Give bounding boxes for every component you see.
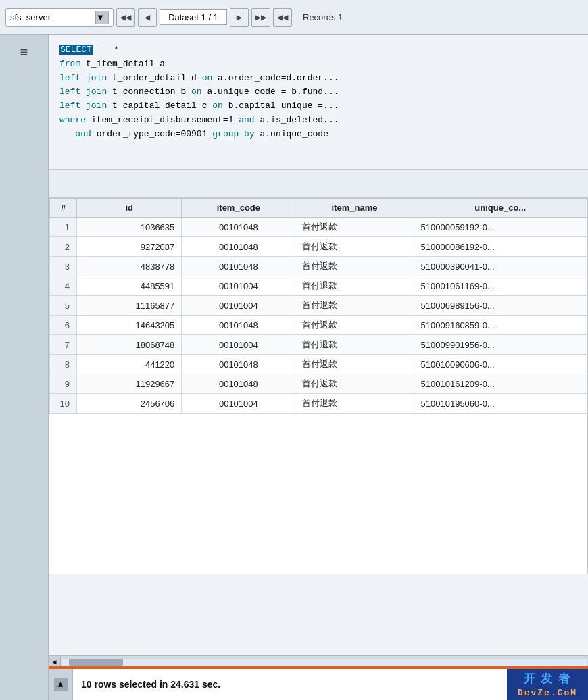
sql-line-5: left join t_capital_detail c on b.capita… — [59, 99, 577, 114]
nav-extra-button[interactable]: ◀◀ — [273, 8, 292, 27]
table-cell: 首付退款 — [295, 335, 414, 355]
menu-icon[interactable]: ≡ — [11, 41, 38, 65]
table-cell: 510009901956-0... — [414, 335, 587, 355]
table-cell: 00101048 — [182, 257, 295, 276]
table-row: 2927208700101048首付返款510000086192-0... — [50, 237, 587, 257]
brand-chinese: 开 发 者 — [524, 671, 571, 686]
table-cell: 11165877 — [77, 296, 182, 316]
table-cell: 2 — [50, 237, 77, 257]
sql-line-1: SELECT * — [59, 43, 577, 57]
table-row: 1103663500101048首付返款510000059192-0... — [50, 218, 587, 237]
table-cell: 00101004 — [182, 296, 295, 316]
scroll-thumb[interactable] — [69, 659, 123, 666]
table-cell: 7 — [50, 335, 77, 355]
table-cell: 00101048 — [182, 218, 295, 237]
table-cell: 4838778 — [77, 257, 182, 276]
nav-prev-button[interactable]: ◀ — [138, 8, 157, 27]
server-dropdown-arrow[interactable]: ▼ — [95, 11, 109, 24]
server-name: sfs_server — [10, 12, 94, 22]
toolbar: sfs_server ▼ ◀◀ ◀ Dataset 1 / 1 ▶ ▶▶ ◀◀ … — [0, 0, 588, 35]
table-row: 3483877800101048首付返款510000390041-0... — [50, 257, 587, 276]
sql-line-2: from t_item_detail a — [59, 57, 577, 72]
dataset-label: Dataset 1 / 1 — [160, 9, 227, 25]
brand-area: 开 发 者 DevZe.CoM — [507, 669, 588, 700]
table-cell: 18068748 — [77, 335, 182, 355]
table-cell: 3 — [50, 257, 77, 276]
table-cell: 11929667 — [77, 374, 182, 394]
records-label: Records 1 — [297, 10, 348, 24]
table-cell: 00101048 — [182, 374, 295, 394]
sql-editor[interactable]: SELECT * from t_item_detail a left join … — [49, 35, 588, 170]
nav-first-button[interactable]: ◀◀ — [116, 8, 135, 27]
table-cell: 00101048 — [182, 237, 295, 257]
table-row: 844122000101048首付返款510010090606-0... — [50, 355, 587, 374]
table-cell: 8 — [50, 355, 77, 374]
table-row: 10245670600101004首付退款510010195060-0... — [50, 394, 587, 414]
table-cell: 首付退款 — [295, 394, 414, 414]
table-cell: 1036635 — [77, 218, 182, 237]
table-cell: 4 — [50, 276, 77, 296]
table-cell: 首付退款 — [295, 276, 414, 296]
col-header-num: # — [50, 199, 77, 218]
table-row: 4448559100101004首付退款510001061169-0... — [50, 276, 587, 296]
scroll-track[interactable] — [62, 659, 587, 666]
table-row: 91192966700101048首付返款510010161209-0... — [50, 374, 587, 394]
table-cell: 9 — [50, 374, 77, 394]
table-cell: 10 — [50, 394, 77, 414]
table-cell: 510000086192-0... — [414, 237, 587, 257]
col-header-unique-code: unique_co... — [414, 199, 587, 218]
table-cell: 首付返款 — [295, 355, 414, 374]
sql-line-7: and order_type_code=00901 group by a.uni… — [59, 128, 577, 142]
table-cell: 510010195060-0... — [414, 394, 587, 414]
table-cell: 首付退款 — [295, 296, 414, 316]
table-cell: 441220 — [77, 355, 182, 374]
table-cell: 5 — [50, 296, 77, 316]
table-row: 61464320500101048首付返款510009160859-0... — [50, 316, 587, 335]
table-cell: 1 — [50, 218, 77, 237]
table-cell: 首付返款 — [295, 316, 414, 335]
table-cell: 首付返款 — [295, 237, 414, 257]
table-cell: 510000390041-0... — [414, 257, 587, 276]
sql-line-3: left join t_order_detail d on a.order_co… — [59, 72, 577, 86]
table-cell: 510009160859-0... — [414, 316, 587, 335]
table-cell: 510001061169-0... — [414, 276, 587, 296]
data-table: # id item_code item_name unique_co... 11… — [49, 197, 588, 574]
table-cell: 首付返款 — [295, 218, 414, 237]
table-cell: 00101004 — [182, 335, 295, 355]
left-sidebar: ≡ — [0, 35, 49, 700]
col-header-id: id — [77, 199, 182, 218]
table-row: 71806874800101004首付退款510009901956-0... — [50, 335, 587, 355]
brand-english: DevZe.CoM — [518, 688, 577, 698]
table-cell: 510006989156-0... — [414, 296, 587, 316]
nav-next-button[interactable]: ▶ — [230, 8, 249, 27]
col-header-item-code: item_code — [182, 199, 295, 218]
table-row: 51116587700101004首付退款510006989156-0... — [50, 296, 587, 316]
table-cell: 00101048 — [182, 355, 295, 374]
col-header-item-name: item_name — [295, 199, 414, 218]
table-cell: 首付返款 — [295, 374, 414, 394]
table-cell: 首付返款 — [295, 257, 414, 276]
table-cell: 9272087 — [77, 237, 182, 257]
status-message: 10 rows selected in 24.631 sec. — [73, 679, 507, 690]
server-selector[interactable]: sfs_server ▼ — [5, 8, 114, 27]
table-cell: 510000059192-0... — [414, 218, 587, 237]
table-cell: 00101004 — [182, 394, 295, 414]
table-cell: 00101048 — [182, 316, 295, 335]
horizontal-scrollbar[interactable]: ◀ — [49, 655, 588, 668]
sql-line-6: where item_receipt_disbursement=1 and a.… — [59, 114, 577, 128]
table-cell: 14643205 — [77, 316, 182, 335]
table-cell: 510010161209-0... — [414, 374, 587, 394]
scroll-left-button[interactable]: ◀ — [49, 656, 61, 668]
table-cell: 4485591 — [77, 276, 182, 296]
status-bar: ▲ 10 rows selected in 24.631 sec. 开 发 者 … — [49, 668, 588, 700]
table-cell: 2456706 — [77, 394, 182, 414]
sql-line-4: left join t_connection b on a.unique_cod… — [59, 85, 577, 99]
table-cell: 510010090606-0... — [414, 355, 587, 374]
status-toggle-button[interactable]: ▲ — [54, 678, 68, 691]
table-cell: 6 — [50, 316, 77, 335]
table-cell: 00101004 — [182, 276, 295, 296]
nav-last-button[interactable]: ▶▶ — [251, 8, 270, 27]
